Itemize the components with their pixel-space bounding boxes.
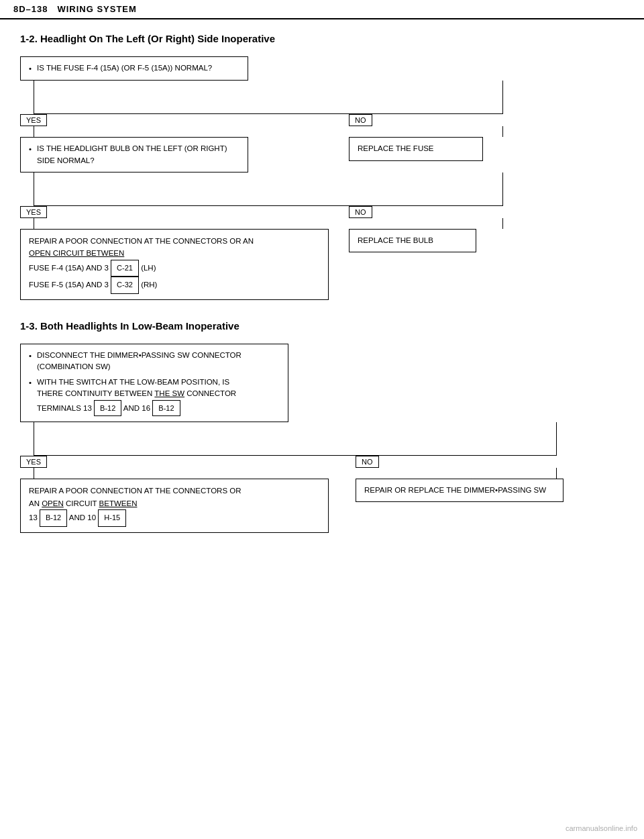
fc12-ref-c21: C-21 [111,260,139,277]
fc13-box3-text: REPAIR OR REPLACE THE DIMMER•PASSING SW [364,486,546,494]
section-sub-1-2: Headlight On The Left (Or Right) Side In… [40,33,275,44]
fc12-yn-row1: YES NO [20,114,530,126]
section-num-1-2: 1-2. [20,33,38,44]
fc13-box1-bullet2: WITH THE SWITCH AT THE LOW-BEAM POSITION… [37,377,236,416]
fc12-yes2: YES [20,206,47,218]
fc12-split-connector [20,81,530,114]
page-content: 1-2. Headlight On The Left (Or Right) Si… [0,19,644,546]
header-title: WIRING SYSTEM [57,4,136,14]
fc13-box1-bullet1: DISCONNECT THE DIMMER•PASSING SW CONNECT… [37,350,280,373]
fc13-ref-b12a: B-12 [94,400,121,417]
section-title-1-3: 1-3. Both Headlights In Low-Beam Inopera… [20,320,624,332]
fc13-box2-line3: 13 B-12 AND 10 H-15 [29,509,320,527]
fc12-box1: • IS THE FUSE F-4 (15A) (OR F-5 (15A)) N… [20,56,248,81]
fc13-box2: REPAIR A POOR CONNECTION AT THE CONNECTO… [20,479,329,532]
fc13-box2-line1: REPAIR A POOR CONNECTION AT THE CONNECTO… [29,485,320,497]
header-separator [48,4,58,14]
fc13-b2-line1: WITH THE SWITCH AT THE LOW-BEAM POSITION… [37,377,236,388]
section-1-2: 1-2. Headlight On The Left (Or Right) Si… [20,33,624,300]
fc12-yes1: YES [20,114,47,126]
fc12-box3-line4: FUSE F-5 (15A) AND 3 C-32 (RH) [29,277,320,294]
fc13-ref-h15: H-15 [98,509,126,527]
fc12-yn-row2: YES NO [20,206,530,218]
fc12-replace-bulb: REPLACE THE BULB [349,229,476,252]
fc12-box3-line3: FUSE F-4 (15A) AND 3 C-21 (LH) [29,260,320,277]
fc12-box2: • IS THE HEADLIGHT BULB ON THE LEFT (OR … [20,137,248,172]
fc12-vlines2 [20,218,530,229]
section-num-1-3: 1-3. [20,320,38,332]
flowchart-1-3: • DISCONNECT THE DIMMER•PASSING SW CONNE… [20,344,624,533]
fc12-box3-line1: REPAIR A POOR CONNECTION AT THE CONNECTO… [29,235,320,247]
fc12-no2: NO [349,206,372,218]
fc12-no1: NO [349,114,372,126]
section-1-3: 1-3. Both Headlights In Low-Beam Inopera… [20,320,624,533]
fc13-yn-row: YES NO [20,456,577,468]
fc12-box1-text: IS THE FUSE F-4 (15A) (OR F-5 (15A)) NOR… [37,62,212,74]
fc12-box3-line2: OPEN CIRCUIT BETWEEN [29,247,320,259]
fc12-box2-text: IS THE HEADLIGHT BULB ON THE LEFT (OR RI… [37,143,239,166]
fc12-replace-bulb-text: REPLACE THE BULB [358,236,433,244]
fc12-box3: REPAIR A POOR CONNECTION AT THE CONNECTO… [20,229,329,300]
bullet-icon4: • [29,377,32,389]
watermark: carmanualsonline.info [566,824,637,832]
fc13-yes1: YES [20,456,47,468]
fc13-ref-b12b: B-12 [152,400,180,417]
fc12-row3: REPAIR A POOR CONNECTION AT THE CONNECTO… [20,229,530,300]
fc13-b2-line3: TERMINALS 13 B-12 AND 16 B-12 [37,400,236,417]
fc12-split-connector2 [20,172,530,206]
fc12-vlines1 [20,126,530,137]
fc12-replace-fuse-text: REPLACE THE FUSE [358,144,434,152]
fc13-b2-line2: THERE CONTINUITY BETWEEN THE SW CONNECTO… [37,388,236,399]
header-section: 8D–138 [13,4,48,14]
fc13-ref-b12c: B-12 [40,509,67,527]
fc13-vlines [20,468,577,479]
fc13-row2: REPAIR A POOR CONNECTION AT THE CONNECTO… [20,479,577,532]
section-title-1-2: 1-2. Headlight On The Left (Or Right) Si… [20,33,624,44]
section-sub-1-3: Both Headlights In Low-Beam Inoperative [40,320,239,332]
fc12-ref-c32: C-32 [111,277,139,294]
fc12-row2: • IS THE HEADLIGHT BULB ON THE LEFT (OR … [20,137,530,172]
fc13-split-connector [20,422,577,456]
fc13-no1: NO [356,456,379,468]
bullet-icon: • [29,63,32,75]
fc13-box3: REPAIR OR REPLACE THE DIMMER•PASSING SW [356,479,564,502]
bullet-icon2: • [29,144,32,155]
fc13-box2-line2: AN OPEN CIRCUIT BETWEEN [29,497,320,509]
fc12-replace-fuse: REPLACE THE FUSE [349,137,483,160]
bullet-icon3: • [29,350,32,362]
fc13-box1: • DISCONNECT THE DIMMER•PASSING SW CONNE… [20,344,288,423]
flowchart-1-2: • IS THE FUSE F-4 (15A) (OR F-5 (15A)) N… [20,56,624,300]
page-header: 8D–138 WIRING SYSTEM [0,0,644,19]
